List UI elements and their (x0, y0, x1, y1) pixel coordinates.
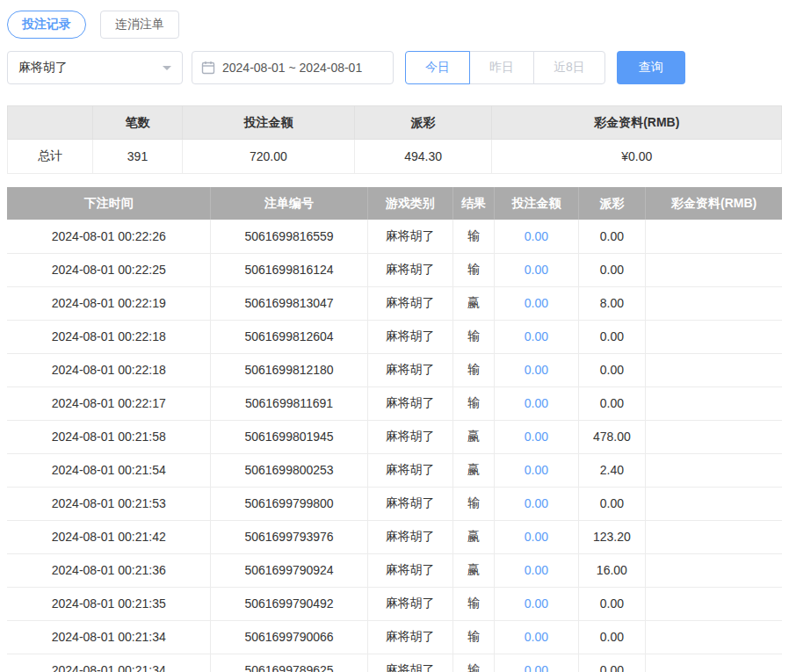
cell-result: 输 (452, 353, 495, 387)
table-row: 2024-08-01 00:22:18 5061699812180 麻将胡了 输… (7, 353, 782, 387)
cell-game-type: 麻将胡了 (367, 420, 452, 453)
cell-result: 输 (452, 487, 495, 520)
cell-result: 输 (452, 220, 495, 253)
bet-amount-link[interactable]: 0.00 (525, 263, 548, 277)
cell-bonus (646, 353, 782, 387)
cell-result: 赢 (452, 553, 495, 587)
table-row: 2024-08-01 00:21:34 5061699790066 麻将胡了 输… (7, 620, 782, 654)
cell-order-id: 5061699812604 (211, 320, 367, 353)
summary-header-bet-amount: 投注金额 (183, 106, 355, 140)
bet-amount-link[interactable]: 0.00 (525, 363, 548, 377)
summary-count-value: 391 (92, 140, 182, 174)
cell-bonus (646, 520, 782, 553)
summary-table: 笔数 投注金额 派彩 彩金资料(RMB) 总计 391 720.00 494.3… (7, 105, 782, 174)
cell-bet-amount: 0.00 (495, 487, 578, 520)
cell-bonus (646, 620, 782, 654)
table-row: 2024-08-01 00:21:34 5061699789625 麻将胡了 输… (7, 654, 782, 672)
tabs-row: 投注记录 连消注单 (7, 0, 782, 39)
cell-bonus (646, 220, 782, 253)
last-8-days-button[interactable]: 近8日 (533, 51, 605, 84)
cell-bet-time: 2024-08-01 00:22:25 (7, 253, 211, 286)
table-row: 2024-08-01 00:22:18 5061699812604 麻将胡了 输… (7, 320, 782, 353)
bet-amount-link[interactable]: 0.00 (525, 463, 548, 477)
cell-game-type: 麻将胡了 (367, 353, 452, 387)
cell-result: 赢 (452, 520, 495, 553)
game-select[interactable]: 麻将胡了 (7, 51, 183, 84)
cell-game-type: 麻将胡了 (367, 620, 452, 654)
cell-bonus (646, 420, 782, 453)
cell-bonus (646, 553, 782, 587)
table-row: 2024-08-01 00:21:35 5061699790492 麻将胡了 输… (7, 587, 782, 620)
search-button[interactable]: 查询 (617, 51, 685, 84)
cell-bet-amount: 0.00 (495, 420, 578, 453)
bet-table-body: 2024-08-01 00:22:26 5061699816559 麻将胡了 输… (7, 220, 782, 672)
bet-records-table: 下注时间 注单编号 游戏类别 结果 投注金额 派彩 彩金资料(RMB) 2024… (7, 187, 782, 672)
bet-amount-link[interactable]: 0.00 (525, 396, 548, 410)
table-row: 2024-08-01 00:21:36 5061699790924 麻将胡了 赢… (7, 553, 782, 587)
cell-game-type: 麻将胡了 (367, 587, 452, 620)
bet-amount-link[interactable]: 0.00 (525, 496, 548, 510)
cell-bet-time: 2024-08-01 00:21:34 (7, 654, 211, 672)
bet-amount-link[interactable]: 0.00 (525, 596, 548, 611)
cell-result: 赢 (452, 286, 495, 320)
summary-header-count: 笔数 (92, 106, 182, 140)
table-row: 2024-08-01 00:21:54 5061699800253 麻将胡了 赢… (7, 453, 782, 487)
today-button[interactable]: 今日 (405, 51, 470, 84)
cell-bet-time: 2024-08-01 00:21:54 (7, 453, 211, 487)
bet-amount-link[interactable]: 0.00 (525, 530, 548, 544)
calendar-icon (201, 61, 215, 75)
bet-amount-link[interactable]: 0.00 (525, 329, 548, 343)
table-row: 2024-08-01 00:22:17 5061699811691 麻将胡了 输… (7, 387, 782, 420)
cell-bet-amount: 0.00 (495, 286, 578, 320)
cell-game-type: 麻将胡了 (367, 220, 452, 253)
cell-order-id: 5061699790924 (211, 553, 367, 587)
header-payout: 派彩 (578, 187, 646, 220)
cell-bonus (646, 587, 782, 620)
cell-game-type: 麻将胡了 (367, 320, 452, 353)
cell-bet-amount: 0.00 (495, 387, 578, 420)
cell-order-id: 5061699789625 (211, 654, 367, 672)
cell-result: 赢 (452, 453, 495, 487)
cell-order-id: 5061699793976 (211, 520, 367, 553)
tab-bet-records[interactable]: 投注记录 (7, 11, 86, 39)
cell-bet-amount: 0.00 (495, 320, 578, 353)
cell-bet-amount: 0.00 (495, 253, 578, 286)
cell-bet-amount: 0.00 (495, 620, 578, 654)
bet-amount-link[interactable]: 0.00 (525, 430, 548, 444)
cell-game-type: 麻将胡了 (367, 453, 452, 487)
cell-result: 输 (452, 387, 495, 420)
cell-game-type: 麻将胡了 (367, 553, 452, 587)
quick-date-buttons: 今日 昨日 近8日 (405, 51, 605, 84)
date-range-value: 2024-08-01 ~ 2024-08-01 (222, 61, 362, 75)
cell-result: 赢 (452, 420, 495, 453)
cell-game-type: 麻将胡了 (367, 520, 452, 553)
cell-bonus (646, 654, 782, 672)
cell-order-id: 5061699816124 (211, 253, 367, 286)
header-order-id: 注单编号 (211, 187, 367, 220)
summary-header-row: 笔数 投注金额 派彩 彩金资料(RMB) (8, 106, 782, 140)
cell-bet-amount: 0.00 (495, 220, 578, 253)
summary-header-empty (8, 106, 93, 140)
cell-payout: 0.00 (578, 253, 646, 286)
cell-order-id: 5061699799800 (211, 487, 367, 520)
cell-payout: 0.00 (578, 353, 646, 387)
tab-cancelled-orders[interactable]: 连消注单 (100, 11, 179, 39)
date-range-input[interactable]: 2024-08-01 ~ 2024-08-01 (192, 51, 394, 84)
bet-amount-link[interactable]: 0.00 (525, 229, 548, 243)
header-bet-amount: 投注金额 (495, 187, 578, 220)
bet-amount-link[interactable]: 0.00 (525, 630, 548, 644)
header-bonus: 彩金资料(RMB) (646, 187, 782, 220)
bet-amount-link[interactable]: 0.00 (525, 663, 548, 672)
cell-result: 输 (452, 587, 495, 620)
cell-order-id: 5061699790492 (211, 587, 367, 620)
cell-payout: 0.00 (578, 487, 646, 520)
cell-bet-amount: 0.00 (495, 353, 578, 387)
cell-bet-time: 2024-08-01 00:22:19 (7, 286, 211, 320)
cell-bet-time: 2024-08-01 00:21:34 (7, 620, 211, 654)
bet-amount-link[interactable]: 0.00 (525, 296, 548, 310)
bet-amount-link[interactable]: 0.00 (525, 563, 548, 577)
cell-bet-amount: 0.00 (495, 553, 578, 587)
yesterday-button[interactable]: 昨日 (469, 51, 534, 84)
cell-game-type: 麻将胡了 (367, 286, 452, 320)
cell-bet-time: 2024-08-01 00:21:53 (7, 487, 211, 520)
